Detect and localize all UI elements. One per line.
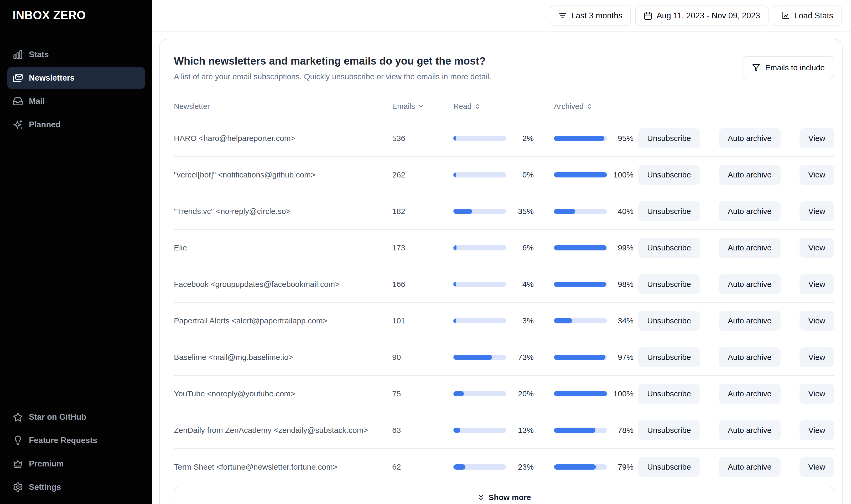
newsletter-row: HARO <haro@helpareporter.com> 536 2% 95%… xyxy=(174,120,834,157)
unsubscribe-button[interactable]: Unsubscribe xyxy=(638,128,700,148)
column-header-emails[interactable]: Emails xyxy=(392,102,453,111)
table-body: HARO <haro@helpareporter.com> 536 2% 95%… xyxy=(174,120,834,485)
panel-header: Which newsletters and marketing emails d… xyxy=(174,39,834,82)
view-button[interactable]: View xyxy=(799,128,834,148)
sidebar-item-stats[interactable]: Stats xyxy=(7,43,145,66)
unsubscribe-button[interactable]: Unsubscribe xyxy=(638,347,700,367)
star-icon xyxy=(13,412,23,422)
view-button[interactable]: View xyxy=(799,165,834,185)
date-range-button[interactable]: Aug 11, 2023 - Nov 09, 2023 xyxy=(635,5,768,26)
auto-archive-button[interactable]: Auto archive xyxy=(719,238,781,258)
show-more-button[interactable]: Show more xyxy=(174,487,834,504)
archived-percent: 95% xyxy=(618,134,634,143)
sidebar-item-feature-requests[interactable]: Feature Requests xyxy=(7,429,145,451)
newsletter-name: "vercel[bot]" <notifications@github.com> xyxy=(174,170,392,179)
archived-cell: 100% xyxy=(554,389,634,398)
read-cell: 4% xyxy=(453,280,534,289)
archived-progress-bar xyxy=(554,391,607,396)
read-progress-bar xyxy=(453,172,507,177)
unsubscribe-button[interactable]: Unsubscribe xyxy=(638,384,700,404)
funnel-icon xyxy=(752,64,760,72)
sidebar-item-label: Star on GitHub xyxy=(29,412,86,422)
archived-progress-bar xyxy=(554,172,607,177)
auto-archive-button[interactable]: Auto archive xyxy=(719,165,781,185)
inbox-icon xyxy=(13,96,23,107)
sidebar-item-label: Premium xyxy=(29,459,64,469)
view-button[interactable]: View xyxy=(799,201,834,221)
read-percent: 3% xyxy=(522,316,534,325)
chevrons-up-down-icon xyxy=(586,103,593,110)
view-button[interactable]: View xyxy=(799,347,834,367)
emails-count: 262 xyxy=(392,170,453,179)
auto-archive-button[interactable]: Auto archive xyxy=(719,457,781,477)
emails-to-include-label: Emails to include xyxy=(765,63,825,72)
newsletter-name: Baselime <mail@mg.baselime.io> xyxy=(174,353,392,362)
unsubscribe-button[interactable]: Unsubscribe xyxy=(638,238,700,258)
read-progress-bar xyxy=(453,318,507,323)
unsubscribe-button[interactable]: Unsubscribe xyxy=(638,274,700,294)
period-select-button[interactable]: Last 3 months xyxy=(550,5,631,26)
topbar: Last 3 months Aug 11, 2023 - Nov 09, 202… xyxy=(152,0,851,32)
unsubscribe-button[interactable]: Unsubscribe xyxy=(638,420,700,440)
column-header-archived[interactable]: Archived xyxy=(554,102,634,111)
auto-archive-button[interactable]: Auto archive xyxy=(719,384,781,404)
view-button[interactable]: View xyxy=(799,420,834,440)
archived-progress-bar xyxy=(554,136,607,141)
archived-cell: 98% xyxy=(554,280,634,289)
sidebar-item-mail[interactable]: Mail xyxy=(7,90,145,112)
archived-progress-bar xyxy=(554,209,607,214)
archived-percent: 79% xyxy=(618,463,634,471)
sidebar-item-newsletters[interactable]: Newsletters xyxy=(7,67,145,89)
view-button[interactable]: View xyxy=(799,274,834,294)
calendar-icon xyxy=(643,11,652,20)
emails-count: 166 xyxy=(392,280,453,289)
view-button[interactable]: View xyxy=(799,457,834,477)
read-percent: 73% xyxy=(518,353,534,362)
sidebar-item-settings[interactable]: Settings xyxy=(7,476,145,498)
emails-count: 182 xyxy=(392,207,453,216)
sidebar-item-label: Planned xyxy=(29,120,61,129)
unsubscribe-button[interactable]: Unsubscribe xyxy=(638,457,700,477)
read-percent: 20% xyxy=(518,389,534,398)
sidebar-item-premium[interactable]: Premium xyxy=(7,453,145,475)
read-cell: 3% xyxy=(453,316,534,325)
view-button[interactable]: View xyxy=(799,311,834,331)
sidebar-item-star-on-github[interactable]: Star on GitHub xyxy=(7,406,145,428)
load-stats-button[interactable]: Load Stats xyxy=(773,5,841,26)
unsubscribe-button[interactable]: Unsubscribe xyxy=(638,201,700,221)
sidebar-item-planned[interactable]: Planned xyxy=(7,114,145,136)
newsletter-name: "Trends.vc" <no-reply@circle.so> xyxy=(174,207,392,216)
auto-archive-button[interactable]: Auto archive xyxy=(719,201,781,221)
unsubscribe-button[interactable]: Unsubscribe xyxy=(638,165,700,185)
emails-to-include-button[interactable]: Emails to include xyxy=(743,56,834,79)
archived-cell: 97% xyxy=(554,353,634,362)
newsletter-row: Elie 173 6% 99% Unsubscribe Auto archive… xyxy=(174,230,834,266)
view-button[interactable]: View xyxy=(799,238,834,258)
newsletter-name: Term Sheet <fortune@newsletter.fortune.c… xyxy=(174,463,392,471)
archived-percent: 99% xyxy=(618,243,634,252)
archived-cell: 78% xyxy=(554,426,634,435)
archived-cell: 34% xyxy=(554,316,634,325)
view-button[interactable]: View xyxy=(799,384,834,404)
archived-percent: 40% xyxy=(618,207,634,216)
main-area: Last 3 months Aug 11, 2023 - Nov 09, 202… xyxy=(152,0,851,504)
newsletter-row: Baselime <mail@mg.baselime.io> 90 73% 97… xyxy=(174,339,834,376)
newsletter-name: Facebook <groupupdates@facebookmail.com> xyxy=(174,280,392,289)
auto-archive-button[interactable]: Auto archive xyxy=(719,311,781,331)
auto-archive-button[interactable]: Auto archive xyxy=(719,128,781,148)
newsletter-name: YouTube <noreply@youtube.com> xyxy=(174,389,392,398)
mails-icon xyxy=(13,73,23,83)
auto-archive-button[interactable]: Auto archive xyxy=(719,420,781,440)
auto-archive-button[interactable]: Auto archive xyxy=(719,347,781,367)
archived-progress-bar xyxy=(554,318,607,323)
archived-cell: 95% xyxy=(554,134,634,143)
unsubscribe-button[interactable]: Unsubscribe xyxy=(638,311,700,331)
column-header-read[interactable]: Read xyxy=(453,102,534,111)
auto-archive-button[interactable]: Auto archive xyxy=(719,274,781,294)
emails-count: 62 xyxy=(392,463,453,471)
panel-subtitle: A list of are your email subscriptions. … xyxy=(174,72,834,82)
chart-line-icon xyxy=(781,11,790,20)
archived-percent: 100% xyxy=(613,389,634,398)
read-progress-bar xyxy=(453,136,507,141)
column-label: Emails xyxy=(392,102,415,111)
